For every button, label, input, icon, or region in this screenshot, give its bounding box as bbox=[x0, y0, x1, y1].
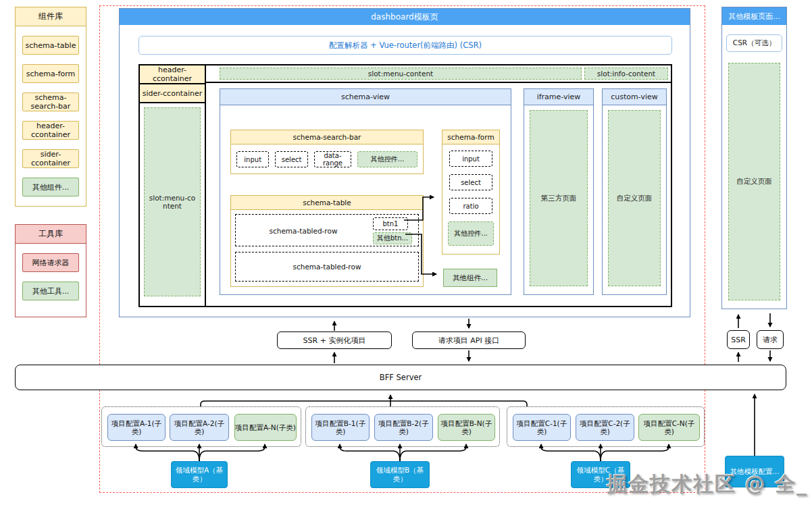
project-config-group-a: 项目配置A-1(子类) 项目配置A-2(子类) 项目配置A-N(子类) bbox=[101, 406, 301, 447]
component-item-schema-form: schema-form bbox=[22, 64, 79, 83]
component-item-schema-table: schema-table bbox=[22, 36, 79, 55]
schema-form-box: schema-form input select ratio 其他控件... bbox=[442, 130, 500, 255]
custom-view-title: custom-view bbox=[603, 89, 666, 105]
domain-model-b: 领域模型B（基类） bbox=[370, 461, 430, 488]
config-bn: 项目配置B-N(子类) bbox=[438, 414, 495, 441]
custom-page: 自定义页面 bbox=[608, 110, 661, 286]
config-a1: 项目配置A-1(子类) bbox=[107, 414, 166, 441]
component-item-sider-ccontainer: sider-ccontainer bbox=[22, 149, 79, 168]
iframe-view-panel: iframe-view 第三方页面 bbox=[524, 88, 594, 295]
tool-item-network: 网络请求器 bbox=[22, 253, 79, 272]
form-control-select: select bbox=[449, 174, 492, 190]
schema-search-bar-box: schema-search-bar input select data-rang… bbox=[230, 130, 424, 174]
other-btn-chip: 其他btn... bbox=[373, 232, 412, 244]
sider-slot-menu-content: slot:menu-content bbox=[144, 107, 201, 296]
dashboard-template-panel: dashboard模板页 配置解析器 + Vue-router(前端路由) (C… bbox=[119, 8, 690, 317]
schema-table-row-1: schema-tabled-row btn1 其他btn... bbox=[235, 214, 419, 246]
third-party-page: 第三方页面 bbox=[530, 110, 588, 286]
bff-server-bar: BFF Server bbox=[15, 365, 786, 390]
component-item-other: 其他组件... bbox=[22, 178, 79, 196]
component-library-panel: 组件库 schema-table schema-form schema-sear… bbox=[15, 7, 86, 207]
ssr-small-box: SSR bbox=[727, 330, 750, 349]
schema-table-title: schema-table bbox=[231, 196, 423, 210]
dashboard-title: dashboard模板页 bbox=[120, 9, 690, 25]
slot-info-content: slot:info-content bbox=[584, 68, 668, 80]
config-parser-box: 配置解析器 + Vue-router(前端路由) (CSR) bbox=[138, 36, 672, 55]
config-a2: 项目配置A-2(子类) bbox=[170, 414, 229, 441]
search-control-data-range: data-range bbox=[314, 151, 351, 167]
request-api-box: 请求项目 API 接口 bbox=[412, 331, 526, 349]
config-cn: 项目配置C-N(子类) bbox=[638, 414, 700, 441]
schema-search-bar-title: schema-search-bar bbox=[231, 130, 423, 144]
config-b1: 项目配置B-1(子类) bbox=[311, 414, 370, 441]
layout-left-column: header-ccontainer sider-ccontainer slot:… bbox=[140, 65, 206, 306]
csr-optional-box: CSR（可选） bbox=[726, 34, 782, 52]
schema-table-row-1-label: schema-tabled-row bbox=[236, 215, 371, 247]
schema-form-title: schema-form bbox=[442, 130, 499, 144]
project-config-group-b: 项目配置B-1(子类) 项目配置B-2(子类) 项目配置B-N(子类) bbox=[305, 406, 500, 447]
form-control-other: 其他控件... bbox=[448, 221, 494, 246]
other-template-panel: 其他模板页面... CSR（可选） 自定义页面 bbox=[721, 7, 787, 309]
header-ccontainer-cell: header-ccontainer bbox=[140, 65, 205, 84]
component-item-schema-search-bar: schema-search-bar bbox=[22, 92, 79, 111]
custom-view-panel: custom-view 自定义页面 bbox=[602, 88, 667, 295]
config-c2: 项目配置C-2(子类) bbox=[576, 414, 634, 441]
slot-menu-content: slot:menu-content bbox=[220, 68, 582, 80]
request-small-box: 请求 bbox=[757, 330, 784, 349]
btn1-chip: btn1 bbox=[373, 217, 408, 230]
schema-view-title: schema-view bbox=[220, 89, 511, 105]
config-c1: 项目配置C-1(子类) bbox=[513, 414, 571, 441]
other-template-custom-page: 自定义页面 bbox=[728, 63, 780, 300]
ssr-instance-box: SSR + 实例化项目 bbox=[277, 331, 392, 349]
schema-view-panel: schema-view schema-search-bar input sele… bbox=[220, 88, 511, 295]
tool-item-other: 其他工具... bbox=[22, 282, 79, 300]
search-control-select: select bbox=[275, 151, 307, 167]
component-item-header-ccontainer: header-ccontainer bbox=[22, 121, 79, 140]
header-row-right: slot:menu-content slot:info-content bbox=[206, 65, 671, 83]
iframe-view-title: iframe-view bbox=[524, 89, 593, 105]
tool-library-title: 工具库 bbox=[16, 225, 86, 244]
domain-model-a: 领域模型A（基类） bbox=[171, 461, 228, 488]
config-an: 项目配置A-N(子类) bbox=[234, 414, 297, 441]
other-component-box: 其他组件... bbox=[443, 269, 497, 287]
project-config-group-c: 项目配置C-1(子类) 项目配置C-2(子类) 项目配置C-N(子类) bbox=[507, 406, 705, 447]
form-control-input: input bbox=[449, 151, 492, 167]
layout-table: header-ccontainer sider-ccontainer slot:… bbox=[138, 64, 672, 307]
search-control-input: input bbox=[236, 151, 269, 167]
sider-ccontainer-cell: sider-ccontainer bbox=[140, 84, 205, 103]
component-library-title: 组件库 bbox=[16, 7, 86, 26]
watermark-text: 掘金技术社区 @ 全_ bbox=[607, 471, 808, 498]
form-control-ratio: ratio bbox=[449, 198, 492, 214]
tool-library-panel: 工具库 网络请求器 其他工具... bbox=[15, 224, 86, 317]
config-b2: 项目配置B-2(子类) bbox=[374, 414, 433, 441]
schema-table-row-2: schema-tabled-row bbox=[235, 252, 419, 282]
other-template-title: 其他模板页面... bbox=[722, 7, 786, 25]
search-control-other: 其他控件... bbox=[357, 151, 417, 167]
schema-table-box: schema-table schema-tabled-row btn1 其他bt… bbox=[230, 195, 424, 287]
